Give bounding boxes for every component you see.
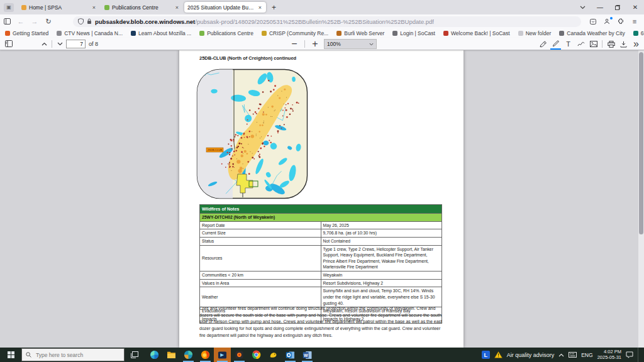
- row-label: Report Date: [200, 221, 321, 229]
- tab-close-icon[interactable]: ×: [91, 4, 97, 11]
- zoom-out-icon[interactable]: −: [288, 39, 301, 49]
- firefox-view-icon[interactable]: ▣: [4, 3, 14, 12]
- taskbar-search[interactable]: [21, 348, 125, 361]
- word-icon[interactable]: W: [299, 348, 316, 362]
- account-icon[interactable]: [600, 16, 614, 27]
- next-page-icon[interactable]: [53, 39, 66, 49]
- bookmark-item[interactable]: Canada Weather by City: [559, 30, 625, 36]
- show-hidden-icons[interactable]: [558, 353, 564, 357]
- download-icon[interactable]: [618, 39, 629, 49]
- url-bar[interactable]: pubsaskdev.blob.core.windows.net/pubsask…: [73, 16, 581, 27]
- url-text: pubsaskdev.blob.core.windows.net/pubsask…: [95, 18, 434, 25]
- ink-icon[interactable]: [575, 39, 586, 49]
- forward-icon[interactable]: →: [28, 16, 42, 27]
- show-desktop-button[interactable]: [638, 348, 640, 362]
- zoom-value: 100%: [327, 41, 341, 47]
- tab-1[interactable]: Home | SPSA×: [18, 2, 100, 13]
- pdf-sidebar-toggle-icon[interactable]: [3, 39, 15, 49]
- table-row: Communities < 20 kmWeyakwin: [200, 272, 442, 280]
- lastpass-icon[interactable]: L: [482, 351, 490, 359]
- text-icon[interactable]: T: [563, 39, 574, 49]
- highlight-icon[interactable]: [538, 39, 548, 49]
- media-player-icon[interactable]: [214, 348, 231, 362]
- sidebar-icon[interactable]: [0, 16, 14, 27]
- list-tabs-icon[interactable]: [574, 0, 591, 14]
- menu-icon[interactable]: ≡: [628, 16, 641, 27]
- document-heading: 25DB-CLUB (North of Creighton) continued: [199, 55, 296, 61]
- tab-3[interactable]: 2025 Situation Update Bulletin×: [184, 2, 266, 13]
- file-explorer-icon[interactable]: [163, 348, 180, 362]
- outlook-icon[interactable]: [282, 348, 299, 362]
- bookmark-item[interactable]: Welcome Back! | SoCast: [443, 30, 510, 36]
- bookmark-item[interactable]: 650 CKOM: [633, 30, 644, 36]
- advisory-text[interactable]: Air quality advisory: [507, 352, 555, 358]
- chrome-icon[interactable]: [248, 348, 265, 362]
- table-row: WeatherSunny/Mix and sun and cloud, Temp…: [200, 287, 442, 307]
- navigation-bar: ← → ↻ pubsaskdev.blob.core.windows.net/p…: [0, 14, 644, 28]
- clock[interactable]: 4:02 PM2025-05-31: [597, 349, 621, 360]
- task-view-icon[interactable]: [127, 348, 142, 362]
- firefox-icon[interactable]: [197, 348, 214, 362]
- print-icon[interactable]: [606, 39, 616, 49]
- minimize-button[interactable]: —: [591, 0, 609, 14]
- bird-app-icon[interactable]: [265, 348, 282, 362]
- tab-close-icon[interactable]: ×: [174, 4, 180, 11]
- maximize-button[interactable]: [609, 0, 626, 14]
- bookmark-item[interactable]: Burli Web Server: [336, 30, 384, 36]
- scrollbar[interactable]: [638, 50, 644, 348]
- table-subtitle: 25WY-DITCH02 (North of Weyakwin): [200, 213, 442, 221]
- scrollbar-thumb[interactable]: [639, 52, 643, 234]
- extensions-icon[interactable]: [614, 16, 628, 27]
- tab-label: 2025 Situation Update Bulletin: [187, 4, 255, 11]
- new-tab-button[interactable]: +: [267, 3, 281, 12]
- radio-icon: [633, 31, 638, 36]
- globe-icon: [559, 31, 564, 36]
- lock-icon[interactable]: [87, 18, 92, 25]
- close-button[interactable]: ✕: [626, 0, 644, 14]
- browser-window: ▣ Home | SPSA×Publications Centre×2025 S…: [0, 0, 644, 362]
- tab-2[interactable]: Publications Centre×: [101, 2, 183, 13]
- photos-icon[interactable]: [180, 348, 197, 362]
- search-input[interactable]: [35, 351, 106, 359]
- language-indicator[interactable]: ENG: [581, 352, 592, 358]
- table-row: Values in AreaResort Subdivisions, Highw…: [200, 279, 442, 287]
- pocket-icon[interactable]: [586, 16, 600, 27]
- pdf-toolbar-more-icon[interactable]: »: [631, 39, 641, 49]
- previous-page-icon[interactable]: [38, 39, 50, 49]
- map-region-gray: [196, 69, 233, 199]
- bookmark-item[interactable]: CTV News | Canada N...: [57, 30, 123, 36]
- bookmark-item[interactable]: Getting Started: [5, 30, 48, 36]
- draw-icon[interactable]: [550, 38, 561, 50]
- orange-dot-app-icon[interactable]: [231, 348, 248, 362]
- globe-icon: [392, 31, 397, 36]
- bookmark-item[interactable]: Publications Centre: [199, 30, 253, 36]
- folder-icon: [518, 31, 523, 36]
- page-number-input[interactable]: [66, 40, 86, 48]
- tracking-shield-icon[interactable]: [78, 18, 84, 25]
- row-value: 9,706.8 ha. (as of 10:30 hrs): [321, 229, 442, 238]
- table-title: Wildfires of Notes: [200, 205, 442, 214]
- touch-keyboard-icon[interactable]: [569, 352, 577, 358]
- row-label: Current Size: [200, 229, 321, 238]
- tab-close-icon[interactable]: ×: [257, 4, 263, 11]
- bookmark-item[interactable]: Learn About Mozilla ...: [131, 30, 191, 36]
- edge-icon[interactable]: [146, 348, 163, 362]
- image-icon[interactable]: [588, 39, 599, 49]
- action-center-icon[interactable]: [626, 351, 633, 358]
- row-label: Resources: [200, 245, 321, 272]
- bookmark-item[interactable]: New folder: [518, 30, 552, 36]
- reload-icon[interactable]: ↻: [42, 16, 55, 27]
- back-icon[interactable]: ←: [14, 16, 28, 27]
- ctv-icon: [57, 31, 62, 36]
- bookmark-item[interactable]: Login | SoCast: [392, 30, 435, 36]
- bookmark-item[interactable]: CRISP (Community Re...: [262, 30, 328, 36]
- table-row: StatusNot Contained: [200, 237, 442, 245]
- warning-icon[interactable]: [494, 351, 502, 358]
- zoom-select[interactable]: 100%: [324, 39, 377, 49]
- bookmark-label: Learn About Mozilla ...: [138, 30, 191, 36]
- start-button[interactable]: [0, 348, 21, 362]
- pdf-viewer[interactable]: 25DB-CLUB (North of Creighton) continued: [0, 50, 644, 348]
- row-value: May 26, 2025: [321, 221, 442, 229]
- bookmark-label: Login | SoCast: [400, 30, 435, 36]
- zoom-in-icon[interactable]: +: [309, 39, 321, 49]
